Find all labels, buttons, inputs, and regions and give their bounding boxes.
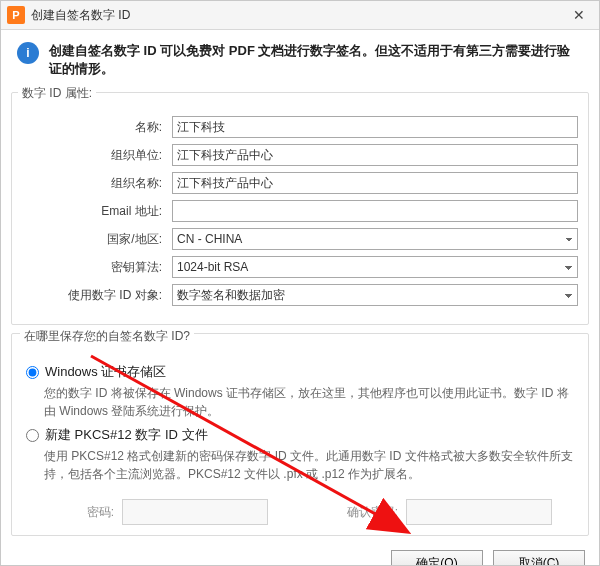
org-unit-label: 组织单位: — [22, 147, 172, 164]
org-unit-input[interactable] — [172, 144, 578, 166]
radio-windows-store[interactable] — [26, 366, 39, 379]
email-input[interactable] — [172, 200, 578, 222]
password-input — [122, 499, 268, 525]
name-label: 名称: — [22, 119, 172, 136]
app-icon: P — [7, 6, 25, 24]
password-row: 密码: 确认密码: — [24, 499, 576, 525]
cancel-button[interactable]: 取消(C) — [493, 550, 585, 566]
country-label: 国家/地区: — [22, 231, 172, 248]
email-label: Email 地址: — [22, 203, 172, 220]
confirm-password-label: 确认密码: — [308, 504, 406, 521]
confirm-password-input — [406, 499, 552, 525]
usage-label: 使用数字 ID 对象: — [22, 287, 172, 304]
storage-panel-title: 在哪里保存您的自签名数字 ID? — [20, 328, 194, 345]
info-banner: i 创建自签名数字 ID 可以免费对 PDF 文档进行数字签名。但这不适用于有第… — [1, 30, 599, 88]
org-name-label: 组织名称: — [22, 175, 172, 192]
dialog-window: P 创建自签名数字 ID ✕ i 创建自签名数字 ID 可以免费对 PDF 文档… — [0, 0, 600, 566]
close-button[interactable]: ✕ — [559, 1, 599, 29]
info-icon: i — [17, 42, 39, 64]
option-windows-store[interactable]: Windows 证书存储区 您的数字 ID 将被保存在 Windows 证书存储… — [24, 363, 576, 420]
key-algo-label: 密钥算法: — [22, 259, 172, 276]
key-algo-select[interactable]: 1024-bit RSA — [172, 256, 578, 278]
storage-panel: 在哪里保存您的自签名数字 ID? Windows 证书存储区 您的数字 ID 将… — [11, 333, 589, 536]
radio-pkcs12[interactable] — [26, 429, 39, 442]
country-select[interactable]: CN - CHINA — [172, 228, 578, 250]
dialog-footer: 确定(O) 取消(C) — [1, 540, 599, 566]
attributes-panel-title: 数字 ID 属性: — [18, 85, 96, 102]
radio-pkcs12-label: 新建 PKCS#12 数字 ID 文件 — [45, 426, 208, 444]
option-pkcs12[interactable]: 新建 PKCS#12 数字 ID 文件 使用 PKCS#12 格式创建新的密码保… — [24, 426, 576, 483]
window-title: 创建自签名数字 ID — [31, 7, 559, 24]
org-name-input[interactable] — [172, 172, 578, 194]
radio-windows-store-desc: 您的数字 ID 将被保存在 Windows 证书存储区，放在这里，其他程序也可以… — [44, 384, 576, 420]
ok-button[interactable]: 确定(O) — [391, 550, 483, 566]
radio-pkcs12-desc: 使用 PKCS#12 格式创建新的密码保存数字 ID 文件。此通用数字 ID 文… — [44, 447, 576, 483]
title-bar: P 创建自签名数字 ID ✕ — [1, 1, 599, 30]
name-input[interactable] — [172, 116, 578, 138]
attributes-panel: 数字 ID 属性: 名称: 组织单位: 组织名称: Email 地址: 国家/地… — [11, 92, 589, 325]
radio-windows-store-label: Windows 证书存储区 — [45, 363, 166, 381]
password-label: 密码: — [24, 504, 122, 521]
usage-select[interactable]: 数字签名和数据加密 — [172, 284, 578, 306]
info-text: 创建自签名数字 ID 可以免费对 PDF 文档进行数字签名。但这不适用于有第三方… — [49, 42, 583, 78]
